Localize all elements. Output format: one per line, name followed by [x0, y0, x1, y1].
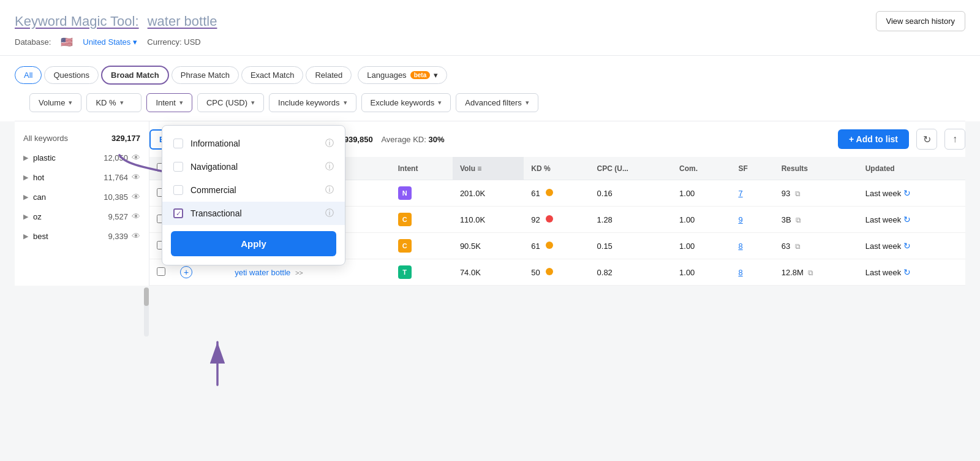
currency-label: Currency: USD	[147, 37, 200, 47]
tool-label: Keyword Magic Tool:	[15, 13, 139, 29]
chevron-down-icon: ▾	[438, 99, 442, 107]
sidebar-item-plastic[interactable]: ▶ plastic 12,050 👁	[15, 148, 149, 167]
keyword-count: 10,385	[104, 192, 128, 202]
advanced-filters-button[interactable]: Advanced filters ▾	[456, 93, 538, 112]
keyword-link[interactable]: yeti water bottle	[235, 268, 290, 277]
sf-link[interactable]: 9	[738, 215, 742, 224]
country-selector[interactable]: United States ▾	[83, 37, 137, 47]
navigational-checkbox[interactable]	[173, 162, 183, 172]
refresh-icon[interactable]: ↻	[903, 267, 911, 277]
eye-icon[interactable]: 👁	[132, 172, 140, 182]
tab-questions[interactable]: Questions	[44, 66, 99, 84]
sidebar-item-best[interactable]: ▶ best 9,339 👁	[15, 226, 149, 246]
keyword-count: 11,764	[104, 173, 128, 182]
volume-label: Volume	[39, 98, 65, 107]
sf-link[interactable]: 8	[738, 268, 742, 277]
row-results-cell: 3B ⧉	[774, 207, 858, 233]
eye-icon[interactable]: 👁	[132, 211, 140, 221]
dropdown-item-informational[interactable]: Informational ⓘ	[162, 132, 345, 155]
sidebar-scrollbar[interactable]	[144, 288, 149, 337]
page-wrapper: Keyword Magic Tool: water bottle View se…	[0, 0, 980, 461]
sf-link[interactable]: 7	[738, 189, 742, 198]
kd-dot	[546, 242, 553, 249]
sidebar-item-can[interactable]: ▶ can 10,385 👁	[15, 187, 149, 207]
dropdown-item-commercial[interactable]: Commercial ⓘ	[162, 178, 345, 202]
apply-button[interactable]: Apply	[171, 231, 336, 256]
copy-icon[interactable]: ⧉	[795, 242, 801, 251]
copy-icon[interactable]: ⧉	[796, 216, 801, 224]
sidebar-item-oz[interactable]: ▶ oz 9,527 👁	[15, 207, 149, 226]
th-volume[interactable]: Volu ≡	[453, 157, 524, 180]
tab-related[interactable]: Related	[306, 66, 352, 84]
info-icon: ⓘ	[325, 161, 334, 172]
us-flag-icon: 🇺🇸	[61, 36, 73, 48]
include-keywords-filter-button[interactable]: Include keywords ▾	[269, 93, 356, 112]
tab-exact-match[interactable]: Exact Match	[241, 66, 304, 84]
row-updated-cell: Last week ↻	[858, 233, 965, 259]
chevron-down-icon: ▾	[179, 99, 183, 107]
keywords-count: 329,177	[111, 134, 140, 143]
th-intent: Intent	[391, 157, 453, 180]
info-icon: ⓘ	[325, 208, 334, 219]
row-cpc-cell: 0.82	[590, 259, 673, 286]
dropdown-item-transactional[interactable]: ✓ Transactional ⓘ	[162, 202, 345, 225]
tab-broad-match[interactable]: Broad Match	[101, 66, 169, 85]
refresh-icon[interactable]: ↻	[903, 215, 911, 224]
eye-icon[interactable]: 👁	[132, 231, 140, 241]
languages-button[interactable]: Languages beta ▾	[358, 66, 447, 84]
header: Keyword Magic Tool: water bottle View se…	[0, 0, 980, 56]
row-com-cell: 1.00	[672, 259, 731, 286]
view-history-button[interactable]: View search history	[876, 11, 965, 31]
row-kd-cell: 61	[524, 180, 589, 207]
keyword-label: hot	[33, 173, 44, 182]
informational-label: Informational	[190, 139, 240, 148]
eye-icon[interactable]: 👁	[132, 153, 140, 162]
tool-name: Keyword Magic Tool: water bottle	[15, 13, 217, 29]
scrollbar-thumb[interactable]	[144, 288, 149, 306]
cpc-filter-button[interactable]: CPC (USD) ▾	[197, 93, 264, 112]
commercial-label: Commercial	[190, 185, 236, 195]
export-button[interactable]: ↑	[944, 129, 965, 150]
tab-phrase-match[interactable]: Phrase Match	[172, 66, 239, 84]
sf-link[interactable]: 8	[738, 242, 742, 251]
exclude-keywords-label: Exclude keywords	[371, 98, 435, 107]
row-kd-cell: 92	[524, 207, 589, 233]
exclude-keywords-filter-button[interactable]: Exclude keywords ▾	[361, 93, 451, 112]
content-area: All keywords 329,177 ▶ plastic 12,050 👁 …	[0, 121, 980, 461]
tab-all[interactable]: All	[15, 66, 42, 84]
info-icon: ⓘ	[325, 185, 334, 196]
keyword-count: 9,339	[108, 232, 128, 241]
kd-filter-button[interactable]: KD % ▾	[86, 93, 141, 112]
th-com: Com.	[672, 157, 731, 180]
volume-filter-button[interactable]: Volume ▾	[29, 93, 81, 112]
filter-row: Volume ▾ KD % ▾ Intent ▾ CPC (USD) ▾ Inc…	[15, 93, 965, 121]
row-cpc-cell: 0.16	[590, 180, 673, 207]
refresh-button[interactable]: ↻	[916, 129, 937, 150]
transactional-checkbox[interactable]: ✓	[173, 208, 183, 218]
advanced-filters-label: Advanced filters	[465, 98, 522, 107]
copy-icon[interactable]: ⧉	[808, 269, 813, 277]
expand-icon: ▶	[23, 154, 28, 162]
kd-dot	[546, 189, 553, 196]
expand-icon: ▶	[23, 193, 28, 201]
row-results-cell: 93 ⧉	[774, 180, 858, 207]
intent-filter-button[interactable]: Intent ▾	[146, 93, 192, 112]
copy-icon[interactable]: ⧉	[795, 189, 801, 198]
row-sf-cell: 8	[731, 233, 774, 259]
sidebar-item-hot[interactable]: ▶ hot 11,764 👁	[15, 167, 149, 187]
add-row-button[interactable]: +	[180, 266, 192, 278]
dropdown-item-navigational[interactable]: Navigational ⓘ	[162, 155, 345, 178]
row-checkbox[interactable]	[157, 267, 165, 276]
row-intent-cell: C	[391, 233, 453, 259]
row-cpc-cell: 1.28	[590, 207, 673, 233]
eye-icon[interactable]: 👁	[132, 192, 140, 202]
intent-label: Intent	[156, 98, 176, 107]
commercial-checkbox[interactable]	[173, 185, 183, 195]
refresh-icon[interactable]: ↻	[903, 188, 911, 198]
informational-checkbox[interactable]	[173, 139, 183, 148]
add-to-list-button[interactable]: + Add to list	[838, 129, 909, 149]
header-subtitle: Database: 🇺🇸 United States ▾ Currency: U…	[15, 36, 965, 48]
intent-dropdown: Informational ⓘ Navigational ⓘ Commercia…	[162, 125, 345, 265]
chevron-down-icon: ▾	[434, 70, 438, 80]
refresh-icon[interactable]: ↻	[903, 241, 911, 251]
